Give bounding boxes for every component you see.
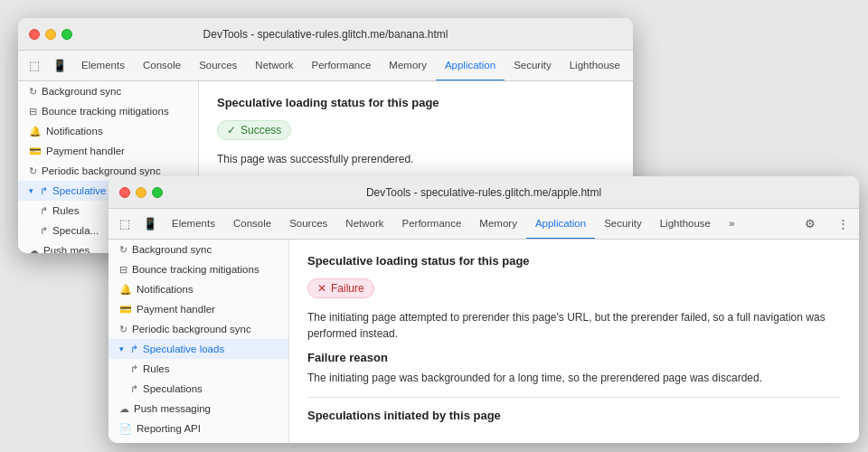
rules-icon: ↱ <box>40 205 48 217</box>
sidebar-item-bounce-tracking-2[interactable]: ⊟ Bounce tracking mitigations <box>108 259 288 279</box>
expand-arrow-icon-2: ▾ <box>119 344 124 353</box>
periodic-sync-icon: ↻ <box>29 165 37 177</box>
sidebar-item-notifications[interactable]: 🔔 Notifications <box>18 121 198 141</box>
sidebar-item-push-messaging-2[interactable]: ☁ Push messaging <box>108 399 288 419</box>
tab-application[interactable]: Application <box>436 51 505 81</box>
maximize-button[interactable] <box>61 29 72 40</box>
tab-lighthouse-2[interactable]: Lighthouse <box>651 209 720 240</box>
tab-memory[interactable]: Memory <box>380 51 436 81</box>
devtools-window-apple: DevTools - speculative-rules.glitch.me/a… <box>108 176 859 443</box>
notifications-icon-2: 🔔 <box>119 284 132 296</box>
sidebar-item-payment-handler[interactable]: 💳 Payment handler <box>18 141 198 161</box>
close-button[interactable] <box>29 29 40 40</box>
devtools-tab-bar: ⬚ 📱 Elements Console Sources Network Per… <box>18 51 633 81</box>
bounce-tracking-icon-2: ⊟ <box>119 264 127 276</box>
tab-application-2[interactable]: Application <box>526 209 595 240</box>
traffic-lights-2 <box>119 187 163 198</box>
sidebar-item-speculative-loads-2[interactable]: ▾ ↱ Speculative loads <box>108 339 288 359</box>
sidebar-item-notifications-2[interactable]: 🔔 Notifications <box>108 279 288 299</box>
tab-sources-2[interactable]: Sources <box>280 209 336 240</box>
close-button-2[interactable] <box>119 187 130 198</box>
tab-console[interactable]: Console <box>134 51 190 81</box>
check-icon: ✓ <box>227 124 236 137</box>
failure-description: The initiating page attempted to prerend… <box>307 309 841 342</box>
main-panel-apple: Speculative loading status for this page… <box>289 240 859 443</box>
panel-title-banana: Speculative loading status for this page <box>217 96 615 109</box>
speculative-loads-icon-2: ↱ <box>130 344 138 355</box>
tab-group-left: ⬚ 📱 <box>22 51 72 80</box>
tab-sources[interactable]: Sources <box>190 51 246 81</box>
sidebar-item-rules-2[interactable]: ↱ Rules <box>108 359 288 379</box>
push-messaging-icon: ☁ <box>29 245 39 254</box>
payment-handler-icon-2: 💳 <box>119 304 132 315</box>
tab-group-left-2: ⬚ 📱 <box>112 209 163 239</box>
speculations-icon-2: ↱ <box>130 383 138 395</box>
reporting-api-icon: 📄 <box>119 423 132 435</box>
window-title: DevTools - speculative-rules.glitch.me/b… <box>203 28 448 41</box>
minimize-button[interactable] <box>45 29 56 40</box>
sidebar-item-background-sync-2[interactable]: ↻ Background sync <box>108 240 288 259</box>
bounce-tracking-icon: ⊟ <box>29 106 37 118</box>
payment-handler-icon: 💳 <box>29 146 42 157</box>
tab-console-2[interactable]: Console <box>224 209 280 240</box>
titlebar-apple: DevTools - speculative-rules.glitch.me/a… <box>108 176 859 209</box>
sidebar-item-periodic-sync-2[interactable]: ↻ Periodic background sync <box>108 319 288 339</box>
tab-elements-2[interactable]: Elements <box>163 209 224 240</box>
traffic-lights <box>29 29 72 40</box>
tab-security[interactable]: Security <box>505 51 561 81</box>
more-options-icon-2[interactable]: ⋮ <box>830 212 855 237</box>
tab-network-2[interactable]: Network <box>336 209 392 240</box>
panel-divider <box>307 397 841 398</box>
sidebar-item-reporting-api[interactable]: 📄 Reporting API <box>108 419 288 438</box>
tab-more-2[interactable]: » <box>720 209 743 240</box>
rules-icon-2: ↱ <box>130 363 138 375</box>
tab-more[interactable]: » <box>629 51 633 81</box>
inspector-icon[interactable]: ⬚ <box>22 53 47 79</box>
tab-network[interactable]: Network <box>246 51 302 81</box>
status-badge-success: ✓ Success <box>217 120 291 140</box>
failure-reason-text: The initiating page was backgrounded for… <box>307 370 841 386</box>
inspector-icon-2[interactable]: ⬚ <box>112 212 137 237</box>
tab-performance-2[interactable]: Performance <box>393 209 471 240</box>
sidebar-apple: ↻ Background sync ⊟ Bounce tracking miti… <box>108 240 289 443</box>
background-sync-icon-2: ↻ <box>119 244 127 256</box>
devtools-tab-bar-2: ⬚ 📱 Elements Console Sources Network Per… <box>108 209 859 240</box>
x-icon: ✕ <box>317 282 326 295</box>
minimize-button-2[interactable] <box>136 187 146 198</box>
failure-reason-title: Failure reason <box>307 351 841 364</box>
speculations-icon: ↱ <box>40 225 48 237</box>
titlebar-banana: DevTools - speculative-rules.glitch.me/b… <box>18 18 633 51</box>
tab-security-2[interactable]: Security <box>595 209 651 240</box>
success-description: This page was successfully prerendered. <box>217 151 615 167</box>
tab-memory-2[interactable]: Memory <box>470 209 526 240</box>
sidebar-item-speculations-2[interactable]: ↱ Speculations <box>108 379 288 399</box>
status-badge-failure: ✕ Failure <box>307 278 374 298</box>
sidebar-item-payment-handler-2[interactable]: 💳 Payment handler <box>108 299 288 319</box>
devtools-body-apple: ↻ Background sync ⊟ Bounce tracking miti… <box>108 240 859 443</box>
tab-elements[interactable]: Elements <box>72 51 134 81</box>
expand-arrow-icon: ▾ <box>29 186 33 195</box>
maximize-button-2[interactable] <box>152 187 163 198</box>
sidebar-item-bounce-tracking[interactable]: ⊟ Bounce tracking mitigations <box>18 101 198 121</box>
device-icon-2[interactable]: 📱 <box>137 212 163 237</box>
sidebar-item-background-sync[interactable]: ↻ Background sync <box>18 81 198 101</box>
panel-title-apple: Speculative loading status for this page <box>307 254 841 268</box>
tab-performance[interactable]: Performance <box>303 51 381 81</box>
speculations-title: Speculations initiated by this page <box>307 409 841 422</box>
push-messaging-icon-2: ☁ <box>119 403 129 415</box>
background-sync-icon: ↻ <box>29 86 37 98</box>
notifications-icon: 🔔 <box>29 126 42 137</box>
window-title-2: DevTools - speculative-rules.glitch.me/a… <box>366 186 601 199</box>
tab-right-actions-2: ⚙ ⋮ <box>797 209 855 239</box>
tab-lighthouse[interactable]: Lighthouse <box>561 51 629 81</box>
speculative-loads-icon: ↱ <box>40 185 48 197</box>
settings-icon-2[interactable]: ⚙ <box>797 212 823 237</box>
periodic-sync-icon-2: ↻ <box>119 324 127 335</box>
device-icon[interactable]: 📱 <box>47 53 72 79</box>
